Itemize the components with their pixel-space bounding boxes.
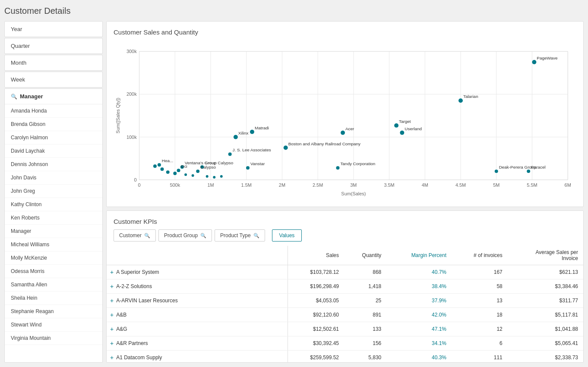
manager-list-item[interactable]: Micheal Williams — [5, 238, 102, 251]
invoices-value: 167 — [452, 265, 508, 279]
dot-label: Matradi — [255, 125, 269, 130]
scatter-chart: 0500k1M1.5M2M2.5M3M3.5M4M4.5M5M5.5M6M010… — [114, 40, 576, 200]
avg-value: $621.13 — [508, 265, 583, 279]
invoices-value: 111 — [452, 351, 508, 363]
manager-list-item[interactable]: Samantha Allen — [5, 278, 102, 292]
manager-list-item[interactable]: John Davis — [5, 171, 102, 185]
invoices-value: 13 — [452, 294, 508, 308]
customer-search-icon: 🔍 — [144, 233, 150, 238]
customer-filter-label: Customer — [119, 232, 142, 238]
table-row: + A&G $12,502.61 133 47.1% 12 $1,041.88 — [107, 322, 583, 336]
manager-list-item[interactable]: Stephanie Reagan — [5, 305, 102, 318]
manager-list-item[interactable]: Sheila Hein — [5, 292, 102, 305]
svg-text:5M: 5M — [493, 182, 499, 188]
scatter-dot — [341, 131, 345, 135]
svg-text:4.5M: 4.5M — [455, 182, 466, 188]
scatter-container: 0500k1M1.5M2M2.5M3M3.5M4M4.5M5M5.5M6M010… — [114, 40, 576, 200]
scatter-dot — [234, 135, 238, 139]
expand-icon[interactable]: + — [110, 311, 114, 318]
customer-name: A&B — [116, 312, 126, 318]
svg-text:Sum(Sales): Sum(Sales) — [341, 191, 366, 196]
dot-label: PageWave — [537, 56, 558, 60]
svg-text:3M: 3M — [350, 182, 357, 188]
product-type-filter-btn[interactable]: Product Type 🔍 — [215, 229, 265, 242]
product-group-filter-btn[interactable]: Product Group 🔍 — [158, 229, 212, 242]
manager-header: 🔍 Manager — [5, 89, 102, 104]
margin-value: 40.3% — [386, 351, 452, 363]
manager-list-item[interactable]: Molly McKenzie — [5, 251, 102, 265]
manager-list-item[interactable]: Stewart Wind — [5, 318, 102, 332]
manager-list-item[interactable]: Dennis Johnson — [5, 158, 102, 171]
scatter-dot — [184, 173, 187, 176]
avg-value: $2,338.73 — [508, 351, 583, 363]
dot-label: Vanstar — [250, 161, 265, 166]
table-row: + A-ARVIN Laser Resources $4,053.05 25 3… — [107, 294, 583, 308]
manager-list-item[interactable]: Kathy Clinton — [5, 198, 102, 211]
filter-year[interactable]: Year — [4, 21, 103, 37]
page-title: Customer Details — [4, 4, 584, 18]
customer-name: A&R Partners — [116, 340, 148, 346]
manager-list-item[interactable]: Manager — [5, 225, 102, 238]
scatter-dot — [527, 169, 530, 173]
manager-list: Amanda HondaBrenda GibsonCarolyn HalmonD… — [5, 104, 102, 362]
scatter-dot — [394, 123, 398, 128]
kpi-title: Customer KPIs — [114, 218, 576, 225]
dot-label: Talarian — [463, 94, 478, 99]
sales-value: $196,298.49 — [288, 279, 345, 294]
manager-list-item[interactable]: David Laychak — [5, 144, 102, 158]
manager-list-item[interactable]: Ken Roberts — [5, 211, 102, 225]
table-row: + A&R Partners $30,392.45 156 34.1% 6 $5… — [107, 336, 583, 351]
product-group-filter-label: Product Group — [164, 232, 198, 238]
avg-value: $5,065.41 — [508, 336, 583, 351]
scatter-dot — [400, 131, 404, 135]
expand-icon[interactable]: + — [110, 283, 114, 290]
quantity-value: 1,418 — [344, 279, 386, 294]
kpi-table-wrapper[interactable]: Sales Quantity Margin Percent # of invoi… — [107, 246, 583, 362]
chart-panel: Customer Sales and Quantity 0500k1M1.5M2… — [106, 21, 584, 207]
dot-label: Tandy Corporation — [340, 161, 375, 166]
scatter-dot — [206, 175, 209, 178]
customer-filter-btn[interactable]: Customer 🔍 — [114, 229, 156, 242]
table-row: + A Superior System $103,728.12 868 40.7… — [107, 265, 583, 279]
col-avg-top: Average Sales per — [513, 249, 578, 255]
expand-icon[interactable]: + — [110, 269, 114, 276]
avg-value: $3,384.46 — [508, 279, 583, 294]
sales-value: $92,120.60 — [288, 308, 345, 322]
filter-quarter[interactable]: Quarter — [4, 38, 103, 54]
customer-name: A-2-Z Solutions — [116, 283, 152, 289]
quantity-value: 156 — [344, 336, 386, 351]
col-invoices-header: # of invoices — [452, 246, 508, 265]
values-button[interactable]: Values — [272, 229, 302, 242]
expand-icon[interactable]: + — [110, 354, 114, 361]
manager-list-item[interactable]: Amanda Honda — [5, 104, 102, 118]
expand-icon[interactable]: + — [110, 340, 114, 347]
manager-list-item[interactable]: Odessa Morris — [5, 265, 102, 278]
expand-icon[interactable]: + — [110, 297, 114, 304]
dot-label: Boston and Albany Railroad Company — [288, 141, 360, 146]
expand-icon[interactable]: + — [110, 326, 114, 332]
scatter-dot — [336, 166, 339, 169]
svg-text:3.5M: 3.5M — [384, 182, 394, 188]
invoices-value: 18 — [452, 308, 508, 322]
sales-value: $4,053.05 — [288, 294, 345, 308]
kpi-filters: Customer 🔍 Product Group 🔍 Product Type … — [114, 229, 576, 242]
filter-month[interactable]: Month — [4, 55, 103, 71]
manager-list-item[interactable]: Virginia Mountain — [5, 332, 102, 345]
col-margin-header: Margin Percent — [386, 246, 452, 265]
sidebar: Year Quarter Month Week 🔍 Manager Amanda… — [4, 21, 103, 363]
margin-value: 34.1% — [386, 336, 452, 351]
manager-list-item[interactable]: Carolyn Halmon — [5, 131, 102, 144]
filter-week[interactable]: Week — [4, 72, 103, 88]
scatter-dot — [250, 130, 254, 134]
col-quantity-header: Quantity — [344, 246, 386, 265]
sales-value: $30,392.45 — [288, 336, 345, 351]
svg-text:4M: 4M — [422, 182, 428, 188]
dot-label: J. S. Lee Associates — [233, 147, 271, 152]
invoices-value: 58 — [452, 279, 508, 294]
manager-list-item[interactable]: Brenda Gibson — [5, 118, 102, 131]
quantity-value: 5,830 — [344, 351, 386, 363]
customer-name: A1 Datacom Supply — [116, 354, 162, 361]
manager-list-item[interactable]: John Greg — [5, 185, 102, 198]
kpi-table: Sales Quantity Margin Percent # of invoi… — [107, 246, 583, 362]
avg-value: $1,041.88 — [508, 322, 583, 336]
